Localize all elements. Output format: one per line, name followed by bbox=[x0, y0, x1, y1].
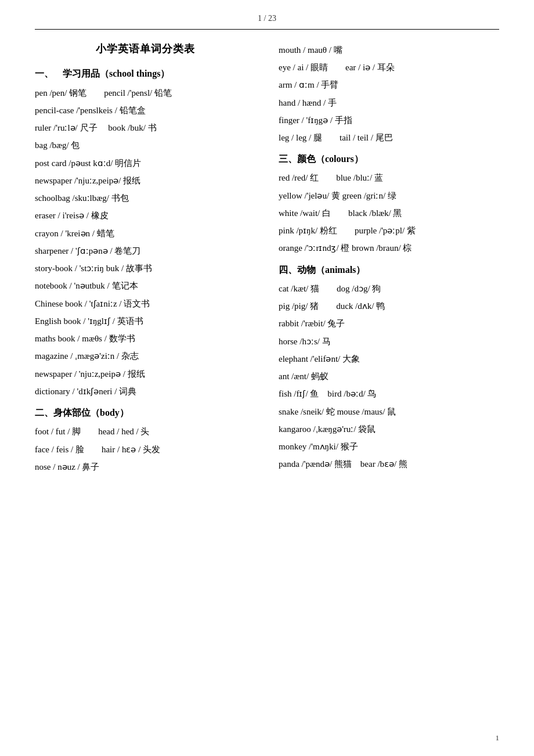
page: 1 / 23 小学英语单词分类表 一、 学习用品（school things）p… bbox=[0, 0, 534, 756]
entry-line: ruler /'ruːlə/ 尺子 book /buk/ 书 bbox=[35, 120, 255, 135]
entry-line: mouth / mauθ / 嘴 bbox=[279, 42, 499, 57]
entry-line: finger / 'fɪŋgə / 手指 bbox=[279, 113, 499, 128]
entry-line: pink /pɪŋk/ 粉红 purple /'pəːpl/ 紫 bbox=[279, 223, 499, 238]
section-title: 三、颜色（colours） bbox=[279, 151, 499, 167]
entry-line: crayon / 'kreiən / 蜡笔 bbox=[35, 226, 255, 241]
entry-line: schoolbag /skuːlbæg/ 书包 bbox=[35, 190, 255, 206]
entry-line: sharpener / 'ʃɑːpənə / 卷笔刀 bbox=[35, 243, 255, 258]
entry-line: face / feis / 脸 hair / hɛə / 头发 bbox=[35, 442, 255, 457]
entry-line: pencil-case /'penslkeis / 铅笔盒 bbox=[35, 103, 255, 118]
entry-line: dictionary / 'dɪkʃəneri / 词典 bbox=[35, 384, 255, 399]
entry-line: ant /ænt/ 蚂蚁 bbox=[279, 369, 499, 384]
entry-line: eye / ai / 眼睛 ear / iə / 耳朵 bbox=[279, 60, 499, 75]
entry-line: white /wait/ 白 black /blæk/ 黑 bbox=[279, 206, 499, 221]
entry-line: panda /'pændə/ 熊猫 bear /bɛə/ 熊 bbox=[279, 456, 499, 471]
entry-line: hand / hænd / 手 bbox=[279, 95, 499, 110]
entry-line: cat /kæt/ 猫 dog /dɔg/ 狗 bbox=[279, 281, 499, 296]
entry-line: yellow /'jeləu/ 黄 green /griːn/ 绿 bbox=[279, 188, 499, 203]
section-title: 四、动物（animals） bbox=[279, 262, 499, 278]
page-header: 1 / 23 bbox=[35, 12, 499, 30]
entry-line: rabbit /'ræbit/ 兔子 bbox=[279, 316, 499, 331]
content-area: 小学英语单词分类表 一、 学习用品（school things）pen /pen… bbox=[35, 40, 499, 477]
main-title: 小学英语单词分类表 bbox=[35, 40, 255, 58]
page-number: 1 bbox=[496, 732, 500, 744]
entry-line: snake /sneik/ 蛇 mouse /maus/ 鼠 bbox=[279, 404, 499, 419]
entry-line: Chinese book / 'tʃaɪniːz / 语文书 bbox=[35, 296, 255, 311]
entry-line: post card /pəust kɑːd/ 明信片 bbox=[35, 156, 255, 171]
entry-line: horse /hɔːs/ 马 bbox=[279, 334, 499, 349]
entry-line: newspaper / 'njuːz,peipə / 报纸 bbox=[35, 366, 255, 381]
entry-line: nose / nəuz / 鼻子 bbox=[35, 459, 255, 474]
entry-line: orange /'ɔːrɪndʒ/ 橙 brown /braun/ 棕 bbox=[279, 240, 499, 255]
section-title: 一、 学习用品（school things） bbox=[35, 66, 255, 81]
pagination: 1 / 23 bbox=[258, 14, 276, 23]
left-column: 小学英语单词分类表 一、 学习用品（school things）pen /pen… bbox=[35, 40, 267, 477]
entry-line: story-book / 'stɔːriŋ buk / 故事书 bbox=[35, 261, 255, 276]
entry-line: fish /fɪʃ/ 鱼 bird /bəːd/ 鸟 bbox=[279, 386, 499, 401]
entry-line: monkey /'mʌŋki/ 猴子 bbox=[279, 439, 499, 454]
right-column: mouth / mauθ / 嘴eye / ai / 眼睛 ear / iə /… bbox=[267, 40, 499, 477]
entry-line: leg / leg / 腿 tail / teil / 尾巴 bbox=[279, 130, 499, 145]
left-entries: 一、 学习用品（school things）pen /pen/ 钢笔 penci… bbox=[35, 66, 255, 474]
entry-line: English book / 'ɪŋglɪʃ / 英语书 bbox=[35, 314, 255, 329]
entry-line: maths book / mæθs / 数学书 bbox=[35, 331, 255, 346]
entry-line: eraser / i'reisə / 橡皮 bbox=[35, 208, 255, 223]
entry-line: kangaroo /ˌkæŋgə'ruː/ 袋鼠 bbox=[279, 422, 499, 437]
entry-line: elephant /'elifənt/ 大象 bbox=[279, 351, 499, 366]
section-title: 二、身体部位（body） bbox=[35, 405, 255, 420]
entry-line: magazine / ˌmægə'ziːn / 杂志 bbox=[35, 348, 255, 363]
entry-line: foot / fut / 脚 head / hed / 头 bbox=[35, 424, 255, 439]
entry-line: notebook / 'nəutbuk / 笔记本 bbox=[35, 278, 255, 293]
entry-line: bag /bæg/ 包 bbox=[35, 138, 255, 153]
right-entries: mouth / mauθ / 嘴eye / ai / 眼睛 ear / iə /… bbox=[279, 42, 499, 472]
entry-line: arm / ɑːm / 手臂 bbox=[279, 77, 499, 92]
entry-line: red /red/ 红 blue /bluː/ 蓝 bbox=[279, 170, 499, 185]
entry-line: pig /pig/ 猪 duck /dʌk/ 鸭 bbox=[279, 298, 499, 314]
entry-line: newspaper /'njuːz,peipə/ 报纸 bbox=[35, 173, 255, 188]
entry-line: pen /pen/ 钢笔 pencil /'pensl/ 铅笔 bbox=[35, 85, 255, 100]
